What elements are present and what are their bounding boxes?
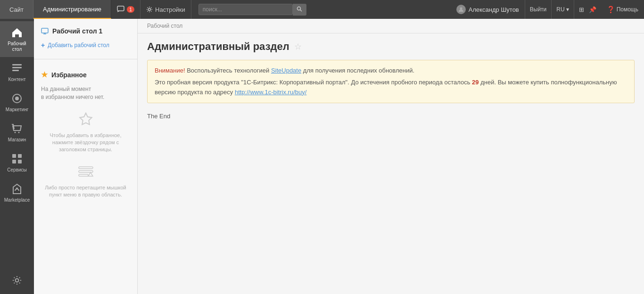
svg-rect-24: [79, 174, 88, 176]
workspace-header: Рабочий стол 1: [34, 24, 137, 39]
sidebar-item-content[interactable]: Контент: [0, 57, 34, 87]
drag-icon: [76, 163, 95, 182]
page-title-row: Административный раздел ☆: [147, 41, 635, 53]
search-button[interactable]: [293, 4, 306, 16]
favorites-empty-line1: На данный момент: [41, 86, 91, 92]
svg-rect-15: [12, 160, 16, 163]
notifications-button[interactable]: 1: [111, 0, 140, 19]
lang-chevron-icon: ▾: [566, 6, 569, 13]
workspace-section: Рабочий стол 1 + Добавить рабочий стол: [34, 19, 137, 57]
avatar: [456, 5, 466, 14]
sidebar-item-marketplace[interactable]: Marketplace: [0, 178, 34, 208]
favorites-empty-line2: в избранном ничего нет.: [41, 94, 104, 100]
notification-badge: 1: [127, 6, 134, 13]
content-icon: [10, 62, 24, 75]
add-workspace-button[interactable]: + Добавить рабочий стол: [34, 39, 137, 52]
main-layout: Рабочийстол Контент Маркетинг: [0, 19, 644, 294]
help-circle-icon: ❓: [607, 6, 615, 13]
content-main: Административный раздел ☆ Внимание! Восп…: [138, 33, 644, 294]
sidebar-item-marketing[interactable]: Маркетинг: [0, 87, 34, 117]
svg-point-18: [16, 279, 19, 282]
svg-point-3: [297, 7, 300, 10]
sidebar-item-marketplace-label: Marketplace: [4, 197, 30, 203]
workspace-title: Рабочий стол 1: [52, 27, 102, 35]
favorites-drag-hint: Либо просто перетащите мышкой пункт меню…: [34, 158, 137, 204]
svg-point-17: [16, 188, 18, 189]
site-tab[interactable]: Сайт: [0, 0, 33, 19]
alert-line2-start: Это пробная версия продукта "1С-Битрикс:…: [155, 79, 472, 86]
favorites-header: ★ Избранное: [34, 66, 137, 83]
search-input[interactable]: [198, 4, 293, 15]
favorite-star-icon[interactable]: ☆: [294, 41, 302, 52]
svg-line-4: [300, 10, 302, 11]
the-end-text: The End: [147, 113, 635, 120]
lang-label: RU: [556, 6, 564, 13]
svg-point-10: [15, 97, 19, 100]
siteupdate-link[interactable]: SiteUpdate: [271, 67, 301, 74]
svg-rect-13: [12, 154, 16, 158]
marketplace-icon: [10, 182, 24, 196]
gear-icon: [10, 274, 24, 287]
favorites-drag-text: Либо просто перетащите мышкой пункт меню…: [41, 184, 130, 199]
settings-label: Настройки: [155, 6, 185, 13]
star-filled-icon: ★: [41, 70, 48, 79]
sidebar-item-shop[interactable]: Магазин: [0, 117, 34, 147]
user-name: Александр Шутов: [469, 6, 519, 13]
alert-days: 29: [472, 79, 479, 86]
home-icon: [10, 26, 24, 39]
svg-rect-7: [12, 67, 22, 68]
svg-rect-16: [18, 160, 22, 163]
settings-icon: [146, 6, 153, 13]
sidebar-bottom: [8, 269, 26, 294]
sidebar-item-services[interactable]: Сервисы: [0, 147, 34, 178]
alert-line2: Это пробная версия продукта "1С-Битрикс:…: [155, 78, 627, 98]
svg-rect-0: [117, 6, 124, 11]
search-icon: [297, 6, 302, 12]
alert-line1: Внимание! Воспользуйтесь технологией Sit…: [155, 66, 627, 76]
services-icon: [10, 152, 24, 165]
topbar-extra-icons: ⊞ 📌: [574, 0, 601, 19]
topbar: Сайт Администрирование 1 Настройки: [0, 0, 644, 19]
svg-point-12: [18, 132, 20, 133]
svg-point-11: [15, 132, 16, 133]
svg-point-5: [460, 8, 462, 10]
user-menu[interactable]: Александр Шутов: [451, 0, 525, 19]
sidebar-item-dashboard[interactable]: Рабочийстол: [0, 21, 34, 57]
svg-rect-8: [12, 70, 19, 71]
shop-icon: [10, 122, 24, 135]
svg-rect-22: [79, 167, 93, 169]
help-label: Помощь: [617, 6, 638, 13]
svg-rect-14: [18, 154, 22, 158]
settings-button[interactable]: Настройки: [140, 0, 191, 19]
secondary-sidebar: Рабочий стол 1 + Добавить рабочий стол ★…: [34, 19, 138, 294]
sidebar: Рабочийстол Контент Маркетинг: [0, 19, 34, 294]
alert-part1: Воспользуйтесь технологией: [187, 67, 271, 74]
large-star-icon: [76, 111, 95, 130]
page-title: Административный раздел: [147, 41, 289, 53]
pin-icon[interactable]: 📌: [589, 6, 596, 13]
favorites-star-hint: Чтобы добавить в избранное, нажмите звёз…: [34, 106, 137, 158]
favorites-title: Избранное: [51, 71, 87, 79]
language-selector[interactable]: RU ▾: [551, 0, 573, 19]
sidebar-item-dashboard-label: Рабочийстол: [8, 41, 26, 52]
favorites-section: ★ Избранное На данный момент в избранном…: [34, 62, 137, 208]
site-tab-label: Сайт: [9, 6, 24, 13]
svg-rect-6: [12, 64, 22, 65]
sidebar-item-shop-label: Магазин: [8, 137, 26, 143]
admin-tab[interactable]: Администрирование: [33, 0, 111, 19]
comment-icon: [117, 6, 124, 13]
marketing-icon: [10, 92, 24, 105]
sidebar-item-marketing-label: Маркетинг: [6, 107, 29, 113]
favorites-empty-text: На данный момент в избранном ничего нет.: [34, 83, 137, 106]
help-button[interactable]: ❓ Помощь: [601, 0, 644, 19]
logout-label: Выйти: [530, 6, 547, 13]
add-workspace-label: Добавить рабочий стол: [48, 42, 109, 49]
admin-tab-label: Администрирование: [43, 6, 101, 13]
grid-icon[interactable]: ⊞: [579, 6, 584, 13]
alert-box: Внимание! Воспользуйтесь технологией Sit…: [147, 60, 635, 103]
svg-rect-19: [41, 28, 48, 33]
alert-title: Внимание!: [155, 67, 185, 74]
logout-button[interactable]: Выйти: [525, 0, 552, 19]
sidebar-item-gear[interactable]: [8, 269, 26, 292]
buy-link[interactable]: http://www.1c-bitrix.ru/buy/: [235, 89, 306, 96]
